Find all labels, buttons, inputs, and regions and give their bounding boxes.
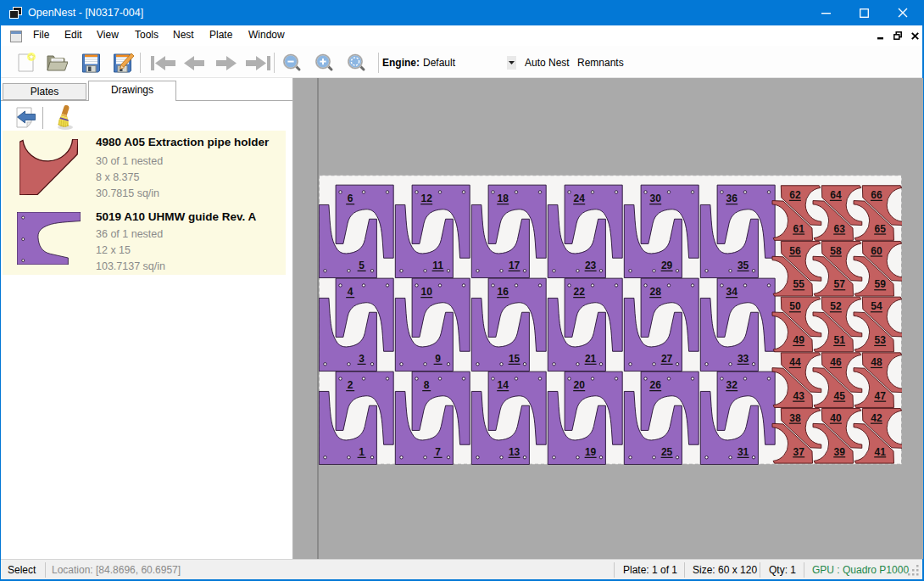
svg-text:28: 28 [650, 286, 662, 298]
svg-text:52: 52 [830, 300, 842, 312]
svg-text:48: 48 [871, 356, 882, 368]
svg-text:64: 64 [830, 189, 842, 201]
svg-text:16: 16 [498, 286, 509, 298]
svg-text:31: 31 [738, 446, 749, 458]
svg-text:33: 33 [738, 353, 749, 365]
svg-text:17: 17 [509, 260, 520, 271]
svg-text:62: 62 [789, 189, 801, 201]
svg-text:46: 46 [830, 356, 842, 368]
svg-text:42: 42 [871, 412, 882, 424]
svg-text:43: 43 [793, 390, 805, 402]
svg-text:14: 14 [498, 379, 509, 391]
svg-text:13: 13 [509, 446, 520, 458]
svg-text:39: 39 [834, 445, 846, 457]
svg-text:49: 49 [793, 334, 805, 346]
svg-text:55: 55 [793, 278, 805, 290]
svg-text:50: 50 [789, 300, 801, 312]
svg-text:56: 56 [789, 245, 801, 257]
svg-text:15: 15 [509, 353, 520, 365]
svg-text:29: 29 [661, 260, 673, 271]
svg-text:65: 65 [875, 223, 887, 235]
svg-text:53: 53 [875, 334, 887, 346]
svg-text:18: 18 [498, 193, 509, 204]
svg-text:7: 7 [435, 446, 441, 458]
svg-text:63: 63 [834, 223, 846, 235]
svg-text:35: 35 [738, 260, 749, 271]
svg-text:51: 51 [834, 334, 846, 346]
svg-text:24: 24 [574, 193, 586, 204]
svg-text:12: 12 [421, 193, 433, 204]
svg-text:10: 10 [421, 286, 433, 298]
svg-text:58: 58 [830, 245, 842, 257]
svg-text:44: 44 [789, 356, 801, 368]
svg-text:6: 6 [348, 193, 353, 204]
svg-text:37: 37 [793, 445, 805, 457]
svg-text:57: 57 [834, 278, 846, 290]
svg-text:21: 21 [585, 353, 597, 365]
svg-text:2: 2 [348, 379, 353, 391]
svg-text:25: 25 [661, 446, 673, 458]
svg-text:5: 5 [359, 260, 365, 271]
svg-text:40: 40 [830, 412, 842, 424]
svg-text:23: 23 [585, 260, 597, 271]
svg-text:4: 4 [348, 286, 353, 298]
svg-text:8: 8 [424, 379, 430, 391]
svg-text:47: 47 [875, 390, 887, 402]
svg-text:22: 22 [574, 286, 586, 298]
svg-text:45: 45 [834, 390, 846, 402]
svg-text:34: 34 [726, 286, 738, 298]
svg-text:9: 9 [435, 353, 441, 365]
svg-text:1: 1 [359, 446, 365, 458]
svg-text:20: 20 [574, 379, 586, 391]
svg-text:32: 32 [726, 379, 738, 391]
svg-text:26: 26 [650, 379, 662, 391]
svg-text:59: 59 [875, 278, 887, 290]
svg-text:41: 41 [875, 445, 887, 457]
svg-text:36: 36 [726, 193, 738, 204]
svg-text:66: 66 [871, 189, 882, 201]
svg-text:3: 3 [359, 353, 365, 365]
svg-text:54: 54 [871, 300, 882, 312]
svg-text:61: 61 [793, 223, 805, 235]
svg-text:60: 60 [871, 245, 882, 257]
svg-text:30: 30 [650, 193, 662, 204]
svg-text:11: 11 [432, 260, 443, 271]
svg-text:27: 27 [661, 353, 673, 365]
svg-text:38: 38 [789, 412, 801, 424]
svg-text:19: 19 [585, 446, 597, 458]
